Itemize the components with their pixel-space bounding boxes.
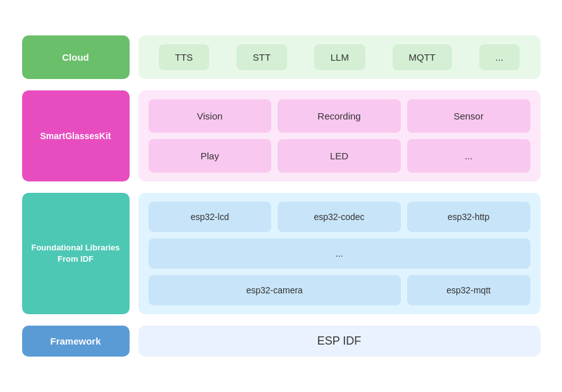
cloud-item-more: ...: [479, 44, 520, 70]
found-item-http: esp32-http: [407, 202, 530, 232]
kit-item-sensor: Sensor: [407, 99, 530, 133]
kit-item-led: LED: [278, 139, 401, 173]
cloud-item-mqtt: MQTT: [393, 44, 453, 70]
found-item-codec: esp32-codec: [278, 202, 401, 232]
framework-content-text: ESP IDF: [317, 334, 362, 348]
framework-content: ESP IDF: [138, 326, 541, 357]
found-item-camera: esp32-camera: [149, 275, 401, 305]
kit-row: SmartGlassesKit Vision Recording Sensor …: [22, 90, 541, 181]
cloud-content: TTS STT LLM MQTT ...: [138, 35, 541, 79]
cloud-item-llm: LLM: [314, 44, 365, 70]
found-item-mqtt: esp32-mqtt: [407, 275, 530, 305]
cloud-label: Cloud: [22, 35, 130, 79]
cloud-item-stt: STT: [236, 44, 287, 70]
framework-label: Framework: [22, 326, 130, 357]
cloud-item-tts: TTS: [159, 44, 209, 70]
kit-item-recording: Recording: [278, 99, 401, 133]
kit-label: SmartGlassesKit: [22, 90, 130, 181]
foundational-content: esp32-lcd esp32-codec esp32-http ... esp…: [138, 193, 541, 314]
foundational-label-text: Foundational Libraries From IDF: [31, 242, 119, 265]
foundational-row: Foundational Libraries From IDF esp32-lc…: [22, 193, 541, 314]
found-item-more: ...: [149, 238, 530, 269]
kit-item-play: Play: [149, 139, 272, 173]
framework-row: Framework ESP IDF: [22, 326, 541, 357]
architecture-diagram: Cloud TTS STT LLM MQTT ... SmartGlassesK…: [22, 35, 541, 357]
found-item-lcd: esp32-lcd: [149, 202, 272, 232]
cloud-row: Cloud TTS STT LLM MQTT ...: [22, 35, 541, 79]
foundational-label: Foundational Libraries From IDF: [22, 193, 130, 314]
kit-item-more: ...: [407, 139, 530, 173]
kit-content: Vision Recording Sensor Play LED ...: [138, 90, 541, 181]
kit-item-vision: Vision: [149, 99, 272, 133]
